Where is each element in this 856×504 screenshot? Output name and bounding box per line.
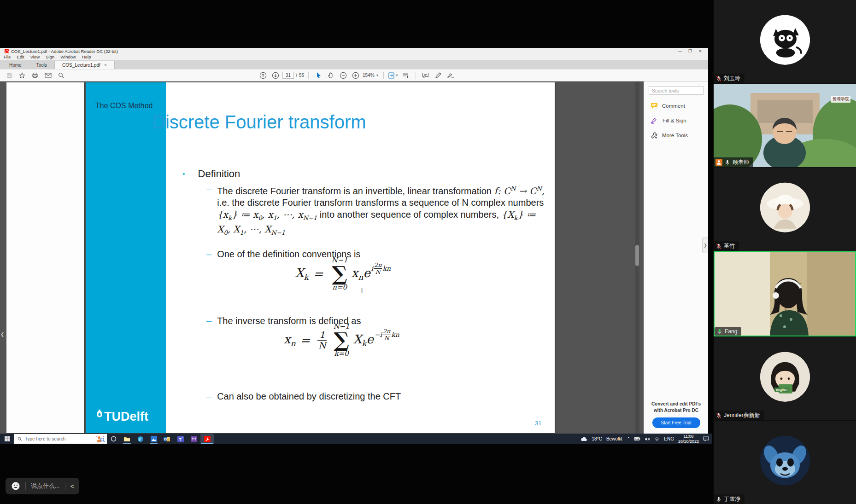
acrobat-titlebar[interactable]: COS_Lecture1.pdf - Adobe Acrobat Reader … xyxy=(0,48,708,54)
mic-on-icon xyxy=(724,159,731,166)
pdf-page: The COS Method TUDelft Discrete Fourier … xyxy=(86,82,555,433)
acrobat-app-icon xyxy=(5,49,9,53)
video-tile[interactable]: 堇竹 xyxy=(714,168,856,251)
panel-item-more-tools[interactable]: More Tools xyxy=(649,132,704,139)
chat-input-placeholder[interactable]: 说点什么... xyxy=(31,482,60,490)
start-button[interactable] xyxy=(0,434,14,444)
page-current-field[interactable]: 31 xyxy=(282,72,294,79)
bullet-cft: – Can also be obtained by discretizing t… xyxy=(206,391,401,402)
save-icon[interactable] xyxy=(4,70,15,80)
emoji-icon[interactable] xyxy=(11,481,20,491)
menu-help[interactable]: Help xyxy=(82,54,91,59)
formula-exponent: −i 2πN kn xyxy=(375,328,399,342)
select-tool-icon[interactable] xyxy=(313,70,324,80)
dash-bullet-icon: – xyxy=(206,391,211,402)
document-scrollbar[interactable] xyxy=(635,81,639,434)
tab-tools[interactable]: Tools xyxy=(29,61,54,69)
menu-window[interactable]: Window xyxy=(60,54,76,59)
weather-desc[interactable]: Bewölkt xyxy=(606,436,622,441)
dash-bullet-icon: – xyxy=(206,183,211,239)
mic-on-icon xyxy=(715,496,722,503)
formula-body: xne xyxy=(352,266,370,282)
zoom-out-icon[interactable] xyxy=(338,70,349,80)
zoom-level-value: 154% xyxy=(363,73,375,78)
formula-body: Xke xyxy=(353,332,374,348)
formula-lhs: xn xyxy=(284,332,296,348)
star-icon[interactable] xyxy=(17,70,28,80)
search-tools-input[interactable] xyxy=(649,86,704,95)
chat-collapse-icon[interactable]: < xyxy=(70,483,74,490)
left-pane-collapse-icon[interactable]: ❮ xyxy=(0,332,4,337)
panel-item-fill-sign[interactable]: Fill & Sign xyxy=(649,117,704,124)
next-page-icon[interactable] xyxy=(270,70,281,80)
previous-page-icon[interactable] xyxy=(258,70,269,80)
participant-name: Jennifer薛新新 xyxy=(724,411,760,419)
maximize-button[interactable]: ❐ xyxy=(685,49,695,53)
zoom-in-icon[interactable] xyxy=(350,70,361,80)
document-area[interactable]: The COS Method TUDelft Discrete Fourier … xyxy=(0,81,644,434)
mic-muted-icon xyxy=(715,75,722,82)
taskbar-cortana-icon[interactable] xyxy=(107,434,120,444)
close-button[interactable]: ✕ xyxy=(695,49,705,53)
taskbar-photos-icon[interactable] xyxy=(147,434,160,444)
hand-tool-icon[interactable] xyxy=(325,70,336,80)
video-tile[interactable]: 丁雪净 xyxy=(714,421,856,504)
windows-taskbar: Type here to search 18°C Bewölkt ⌃ ENG 1… xyxy=(0,434,712,444)
menu-file[interactable]: File xyxy=(4,54,11,59)
windows-logo-icon xyxy=(5,436,10,441)
taskbar-outlook-icon[interactable] xyxy=(160,434,174,444)
minimize-button[interactable]: — xyxy=(675,49,685,53)
language-indicator[interactable]: ENG xyxy=(664,436,674,441)
avatar xyxy=(760,352,810,401)
weather-temp[interactable]: 18°C xyxy=(592,436,602,441)
video-tile[interactable]: 刘玉玲 xyxy=(714,0,856,83)
start-free-trial-button[interactable]: Start Free Trial xyxy=(652,417,700,428)
participant-name-tag: 顾老师 xyxy=(714,157,753,167)
battery-icon[interactable] xyxy=(634,437,640,441)
pencil-tool-icon[interactable] xyxy=(433,70,444,80)
speaker-icon[interactable] xyxy=(645,437,650,441)
video-tile[interactable]: Fang xyxy=(714,251,856,336)
tray-date-value: 26/10/2022 xyxy=(678,439,699,444)
anime-avatar-icon xyxy=(760,352,810,401)
video-tile[interactable]: 管理学院 顾老师 xyxy=(714,84,856,167)
taskbar-search-placeholder: Type here to search xyxy=(25,436,92,441)
tab-close-icon[interactable]: × xyxy=(104,63,107,68)
tab-home[interactable]: Home xyxy=(2,61,29,69)
tools-panel-collapse-icon[interactable]: ❯ xyxy=(702,238,708,253)
menu-sign[interactable]: Sign xyxy=(46,54,54,59)
taskbar-teams-icon[interactable] xyxy=(174,434,187,444)
participant-name: 刘玉玲 xyxy=(724,75,740,82)
participant-name-tag: 堇竹 xyxy=(714,241,739,251)
print-icon[interactable] xyxy=(29,70,41,80)
search-icon[interactable] xyxy=(55,70,66,80)
sign-tool-icon[interactable] xyxy=(445,70,456,80)
chat-quick-bar[interactable]: 说点什么... < xyxy=(6,478,79,494)
action-center-icon[interactable] xyxy=(703,436,709,441)
scrolling-mode-icon[interactable] xyxy=(400,70,411,80)
toolbar-divider xyxy=(416,72,416,79)
acrobat-toolbar: 31 / 55 154% ▼ ▼ xyxy=(0,69,708,81)
comment-tool-icon[interactable] xyxy=(420,70,431,80)
cat-avatar-icon xyxy=(760,15,810,64)
clock[interactable]: 11:08 26/10/2022 xyxy=(678,434,699,444)
page-fit-icon[interactable]: ▼ xyxy=(388,70,399,80)
taskbar-search-box[interactable]: Type here to search xyxy=(14,434,107,444)
menu-view[interactable]: View xyxy=(30,54,40,59)
scrollbar-thumb[interactable] xyxy=(635,245,639,266)
tray-expand-icon[interactable]: ⌃ xyxy=(627,436,630,441)
taskbar-edge-icon[interactable] xyxy=(134,434,147,444)
video-tile[interactable]: english Jennifer薛新新 xyxy=(714,337,856,420)
taskbar-app-icon[interactable] xyxy=(187,434,200,444)
zoom-level-select[interactable]: 154% ▼ xyxy=(363,73,379,78)
email-icon[interactable] xyxy=(42,70,53,80)
taskbar-file-explorer-icon[interactable] xyxy=(120,434,134,444)
network-icon[interactable] xyxy=(654,437,660,441)
chevron-down-icon: ▼ xyxy=(376,74,379,77)
panel-item-label: Comment xyxy=(662,103,685,109)
tab-document[interactable]: COS_Lecture1.pdf × xyxy=(54,61,115,69)
definition-text: The discrete Fourier transform is an inv… xyxy=(217,183,550,239)
taskbar-acrobat-icon[interactable] xyxy=(200,434,214,444)
menu-edit[interactable]: Edit xyxy=(17,54,24,59)
panel-item-comment[interactable]: Comment xyxy=(649,103,704,109)
